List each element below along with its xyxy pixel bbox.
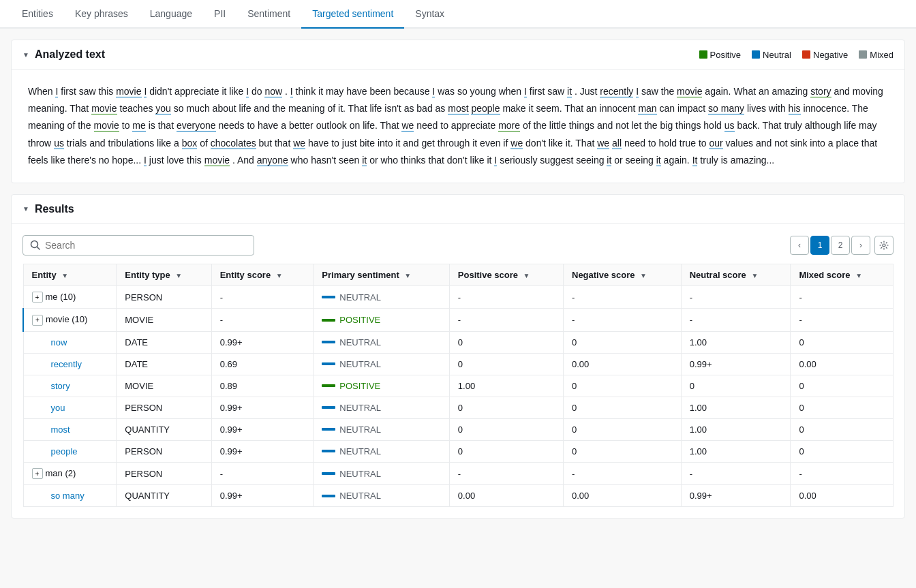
pagination-next[interactable]: › xyxy=(851,236,870,255)
entity-link[interactable]: recently xyxy=(51,359,82,369)
token-movie-1[interactable]: movie xyxy=(116,86,141,97)
token-me-1[interactable]: me xyxy=(132,120,145,131)
col-neutral-score[interactable]: Neutral score ▼ xyxy=(681,264,791,285)
token-we-4[interactable]: we xyxy=(597,138,609,149)
table-row: +man (2)PERSON-NEUTRAL---- xyxy=(23,462,894,485)
token-I-6[interactable]: I xyxy=(524,86,527,97)
token-I-9[interactable]: I xyxy=(494,155,497,166)
cell-mixed-score: 0 xyxy=(791,397,894,418)
tabs-bar: Entities Key phrases Language PII Sentim… xyxy=(0,0,916,29)
token-I-5[interactable]: I xyxy=(432,86,435,97)
col-positive-score[interactable]: Positive score ▼ xyxy=(449,264,563,285)
legend-mixed-label: Mixed xyxy=(870,50,894,60)
pagination-prev[interactable]: ‹ xyxy=(790,236,809,255)
token-box[interactable]: box xyxy=(182,138,198,149)
settings-button[interactable] xyxy=(874,236,894,255)
token-movie-4[interactable]: movie xyxy=(94,120,119,131)
cell-mixed-score: - xyxy=(791,309,894,332)
cell-negative-score: - xyxy=(564,309,682,332)
entity-link[interactable]: people xyxy=(51,446,78,457)
token-it-2[interactable]: it xyxy=(362,155,367,166)
cell-positive-score: - xyxy=(449,285,563,309)
token-I-4[interactable]: I xyxy=(290,86,293,97)
token-anyone[interactable]: anyone xyxy=(257,155,288,166)
token-I-8[interactable]: I xyxy=(144,155,147,166)
search-input[interactable] xyxy=(45,240,247,251)
col-entity[interactable]: Entity ▼ xyxy=(23,264,117,285)
cell-negative-score: 0.00 xyxy=(564,485,682,507)
token-it-3[interactable]: it xyxy=(607,155,611,166)
token-I-7[interactable]: I xyxy=(636,86,639,97)
col-entity-type[interactable]: Entity type ▼ xyxy=(117,264,211,285)
token-you[interactable]: you xyxy=(155,103,171,114)
token-movie-2[interactable]: movie xyxy=(677,86,702,97)
col-entity-score[interactable]: Entity score ▼ xyxy=(211,264,314,285)
search-input-wrap[interactable] xyxy=(22,235,254,256)
col-negative-score[interactable]: Negative score ▼ xyxy=(564,264,682,285)
results-title: Results xyxy=(35,203,74,215)
entity-name: man (2) xyxy=(46,468,76,478)
token-so-many[interactable]: so many xyxy=(708,103,744,114)
token-movie-3[interactable]: movie xyxy=(91,103,117,114)
cell-positive-score: 0 xyxy=(449,418,563,440)
token-us-2[interactable]: us xyxy=(54,138,64,149)
token-we-1[interactable]: we xyxy=(401,120,414,131)
token-it-4[interactable]: it xyxy=(656,155,661,166)
expand-button[interactable]: + xyxy=(32,468,43,479)
token-I-3[interactable]: I xyxy=(246,86,249,97)
token-movie-5[interactable]: movie xyxy=(204,155,230,166)
token-I-2[interactable]: I xyxy=(144,86,147,97)
token-people[interactable]: people xyxy=(471,103,500,114)
entity-link[interactable]: story xyxy=(51,381,70,391)
results-toggle[interactable]: ▼ xyxy=(22,205,29,213)
token-we-3[interactable]: we xyxy=(510,138,523,149)
col-primary-sentiment[interactable]: Primary sentiment ▼ xyxy=(314,264,450,285)
cell-primary-sentiment: NEUTRAL xyxy=(314,353,450,375)
tab-pii[interactable]: PII xyxy=(203,0,236,29)
tab-key-phrases[interactable]: Key phrases xyxy=(64,0,139,29)
token-we-2[interactable]: we xyxy=(293,138,305,149)
token-his[interactable]: his xyxy=(789,103,801,114)
tab-syntax[interactable]: Syntax xyxy=(404,0,455,29)
token-all[interactable]: all xyxy=(612,138,622,149)
analyzed-text-toggle[interactable]: ▼ xyxy=(22,51,29,59)
entity-link[interactable]: you xyxy=(51,403,65,413)
results-section: ▼ Results ‹ 1 2 › xyxy=(11,194,905,519)
tab-targeted-sentiment[interactable]: Targeted sentiment xyxy=(301,0,404,29)
token-us-1[interactable]: us xyxy=(724,120,735,131)
cell-entity-type: DATE xyxy=(117,353,211,375)
pagination-page-2[interactable]: 2 xyxy=(831,236,850,255)
tab-language[interactable]: Language xyxy=(139,0,203,29)
entity-link[interactable]: most xyxy=(51,424,70,435)
token-man-1[interactable]: man xyxy=(638,103,656,114)
pagination-page-1[interactable]: 1 xyxy=(810,236,829,255)
sentiment-label: NEUTRAL xyxy=(339,337,381,347)
token-our[interactable]: our xyxy=(709,138,722,149)
table-row: storyMOVIE0.89POSITIVE1.00000 xyxy=(23,375,894,397)
expand-button[interactable]: + xyxy=(32,315,43,326)
token-I-1[interactable]: I xyxy=(55,86,58,97)
token-story[interactable]: story xyxy=(810,86,831,97)
token-recently[interactable]: recently xyxy=(600,86,633,97)
expand-button[interactable]: + xyxy=(32,292,43,303)
entity-link[interactable]: so many xyxy=(51,491,85,501)
cell-entity-score: 0.89 xyxy=(211,375,314,397)
cell-entity: +man (2) xyxy=(23,462,117,485)
tab-entities[interactable]: Entities xyxy=(11,0,64,29)
token-most[interactable]: most xyxy=(448,103,468,114)
cell-negative-score: 0 xyxy=(564,375,682,397)
col-mixed-score[interactable]: Mixed score ▼ xyxy=(791,264,894,285)
token-more[interactable]: more xyxy=(498,120,520,131)
token-everyone[interactable]: everyone xyxy=(177,120,216,131)
cell-primary-sentiment: NEUTRAL xyxy=(314,397,450,418)
entity-link[interactable]: now xyxy=(51,337,67,347)
cell-entity-type: PERSON xyxy=(117,462,211,485)
sentiment-label: NEUTRAL xyxy=(339,403,381,413)
tab-sentiment[interactable]: Sentiment xyxy=(236,0,301,29)
token-chocolates[interactable]: chocolates xyxy=(211,138,256,149)
cell-mixed-score: - xyxy=(791,462,894,485)
token-now[interactable]: now xyxy=(264,86,282,97)
token-It-1[interactable]: It xyxy=(692,155,698,166)
token-it-1[interactable]: it xyxy=(567,86,572,97)
legend-neutral-label: Neutral xyxy=(763,50,791,60)
